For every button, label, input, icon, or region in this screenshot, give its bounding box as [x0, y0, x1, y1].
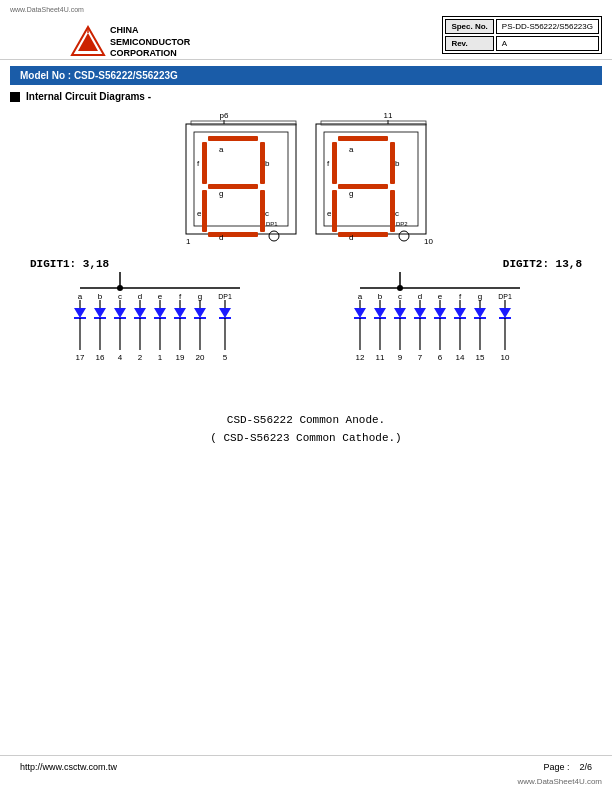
svg-text:a: a — [78, 292, 83, 301]
svg-text:DP1: DP1 — [498, 293, 512, 300]
svg-point-21 — [269, 231, 279, 241]
svg-rect-7 — [208, 136, 258, 141]
svg-text:6: 6 — [438, 353, 443, 362]
pin-diagram-svg: a 17 b 16 c 4 d 2 e 1 f — [20, 272, 592, 392]
spec-no-label: Spec. No. — [445, 19, 493, 34]
svg-text:1: 1 — [186, 237, 191, 246]
svg-marker-1 — [78, 33, 98, 51]
description-line2: ( CSD-S56223 Common Cathode.) — [0, 430, 612, 448]
pin-diagram: DIGIT1: 3,18 DIGIT2: 13,8 a 17 b 16 c 4 — [0, 258, 612, 392]
svg-text:b: b — [395, 159, 400, 168]
spec-no-value: PS-DD-S56222/S56223G — [496, 19, 599, 34]
svg-rect-31 — [338, 232, 388, 237]
svg-text:p6: p6 — [220, 111, 229, 120]
svg-text:e: e — [158, 292, 163, 301]
svg-text:g: g — [219, 189, 223, 198]
svg-text:7: 7 — [418, 353, 423, 362]
svg-text:a: a — [358, 292, 363, 301]
svg-text:DP1: DP1 — [266, 221, 278, 227]
svg-text:5: 5 — [223, 353, 228, 362]
svg-text:2: 2 — [138, 353, 143, 362]
svg-marker-103 — [354, 308, 366, 318]
svg-text:g: g — [198, 292, 202, 301]
svg-text:e: e — [438, 292, 443, 301]
svg-marker-70 — [134, 308, 146, 318]
svg-text:f: f — [179, 292, 182, 301]
svg-rect-10 — [208, 184, 258, 189]
svg-marker-145 — [499, 308, 511, 318]
svg-marker-133 — [454, 308, 466, 318]
svg-rect-24 — [324, 132, 418, 226]
svg-text:a: a — [219, 145, 224, 154]
svg-marker-58 — [94, 308, 106, 318]
svg-marker-64 — [114, 308, 126, 318]
svg-rect-13 — [208, 232, 258, 237]
svg-rect-11 — [202, 190, 207, 232]
svg-rect-8 — [202, 142, 207, 184]
description-text: CSD-S56222 Common Anode. ( CSD-S56223 Co… — [0, 412, 612, 447]
svg-marker-88 — [194, 308, 206, 318]
svg-marker-121 — [414, 308, 426, 318]
svg-rect-26 — [332, 142, 337, 184]
svg-text:DP1: DP1 — [218, 293, 232, 300]
svg-text:17: 17 — [76, 353, 85, 362]
svg-marker-127 — [434, 308, 446, 318]
svg-marker-76 — [154, 308, 166, 318]
svg-text:f: f — [459, 292, 462, 301]
svg-marker-115 — [394, 308, 406, 318]
seven-segment-svg: p6 11 a f b g e c d DP1 — [166, 108, 446, 248]
svg-text:12: 12 — [356, 353, 365, 362]
svg-text:1: 1 — [158, 353, 163, 362]
svg-point-39 — [399, 231, 409, 241]
svg-point-49 — [117, 285, 123, 291]
svg-text:11: 11 — [384, 111, 393, 120]
section-title: Internal Circuit Diagrams - — [10, 91, 602, 102]
description-line1: CSD-S56222 Common Anode. — [0, 412, 612, 430]
company-name: CHINA SEMICONDUCTOR CORPORATION — [110, 25, 190, 60]
footer-bottom-website: www.DataSheet4U.com — [518, 777, 602, 786]
svg-text:f: f — [197, 159, 200, 168]
svg-text:10: 10 — [501, 353, 510, 362]
svg-text:19: 19 — [176, 353, 185, 362]
rev-value: A — [496, 36, 599, 51]
svg-text:14: 14 — [456, 353, 465, 362]
svg-marker-94 — [219, 308, 231, 318]
company-logo — [70, 25, 106, 61]
section-icon — [10, 92, 20, 102]
header: www.DataSheet4U.com CHINA SEMICONDUCTOR … — [0, 0, 612, 60]
model-number: Model No : CSD-S56222/S56223G — [20, 70, 178, 81]
svg-marker-52 — [74, 308, 86, 318]
svg-text:c: c — [118, 292, 122, 301]
svg-text:4: 4 — [118, 353, 123, 362]
svg-text:d: d — [349, 233, 353, 242]
footer-url: http://www.csctw.com.tw — [20, 762, 117, 772]
svg-text:c: c — [265, 209, 269, 218]
svg-text:b: b — [98, 292, 103, 301]
svg-rect-25 — [338, 136, 388, 141]
svg-marker-109 — [374, 308, 386, 318]
spec-table: Spec. No. PS-DD-S56222/S56223G Rev. A — [442, 16, 602, 54]
rev-label: Rev. — [445, 36, 493, 51]
svg-text:e: e — [197, 209, 202, 218]
footer-page: Page : 2/6 — [543, 762, 592, 772]
svg-rect-28 — [338, 184, 388, 189]
svg-text:c: c — [395, 209, 399, 218]
svg-text:11: 11 — [376, 353, 385, 362]
svg-point-100 — [397, 285, 403, 291]
circuit-diagram: p6 11 a f b g e c d DP1 — [0, 108, 612, 248]
svg-text:16: 16 — [96, 353, 105, 362]
svg-text:b: b — [265, 159, 270, 168]
footer: http://www.csctw.com.tw Page : 2/6 — [0, 755, 612, 772]
svg-marker-82 — [174, 308, 186, 318]
svg-text:20: 20 — [196, 353, 205, 362]
svg-text:b: b — [378, 292, 383, 301]
svg-text:d: d — [418, 292, 422, 301]
svg-text:d: d — [138, 292, 142, 301]
svg-text:g: g — [349, 189, 353, 198]
svg-text:9: 9 — [398, 353, 403, 362]
svg-text:15: 15 — [476, 353, 485, 362]
svg-text:e: e — [327, 209, 332, 218]
svg-text:10: 10 — [424, 237, 433, 246]
svg-text:c: c — [398, 292, 402, 301]
section-label: Internal Circuit Diagrams - — [26, 91, 151, 102]
